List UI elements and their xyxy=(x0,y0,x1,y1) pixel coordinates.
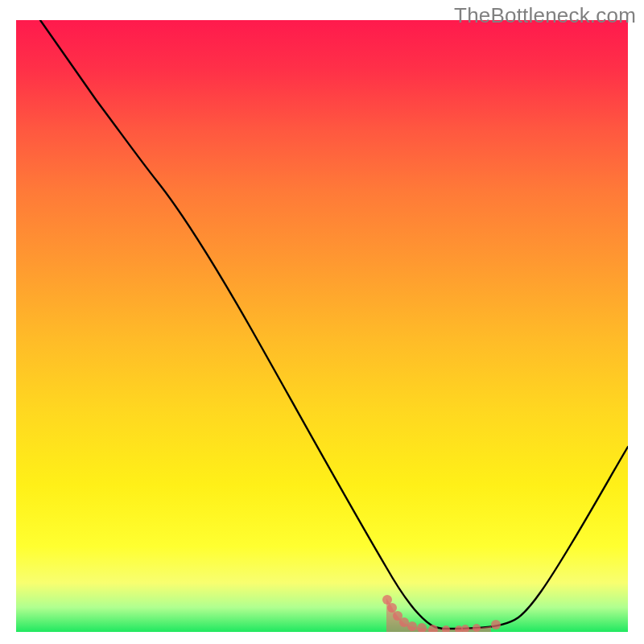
svg-point-7 xyxy=(442,625,450,632)
svg-point-10 xyxy=(473,624,481,632)
marker-cluster xyxy=(382,595,501,632)
svg-point-4 xyxy=(407,621,417,631)
svg-point-0 xyxy=(382,595,392,605)
svg-point-11 xyxy=(491,620,501,630)
bottleneck-curve xyxy=(40,20,628,629)
watermark-text: TheBottleneck.com xyxy=(454,3,636,28)
plot-area xyxy=(16,20,628,632)
svg-point-1 xyxy=(387,603,397,613)
bottleneck-chart: TheBottleneck.com xyxy=(0,0,644,644)
svg-point-6 xyxy=(428,625,438,632)
curve-layer xyxy=(16,20,628,632)
svg-point-9 xyxy=(461,625,469,632)
svg-point-5 xyxy=(417,623,427,632)
